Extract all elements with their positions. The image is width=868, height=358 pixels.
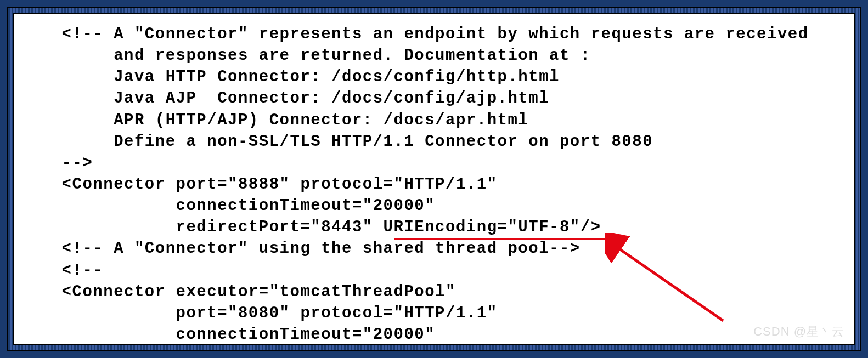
code-line: <!-- A "Connector" represents an endpoin… — [20, 25, 809, 43]
code-line: <!-- — [20, 262, 103, 280]
code-line: and responses are returned. Documentatio… — [20, 47, 591, 65]
code-line: --> — [20, 154, 93, 172]
code-line: APR (HTTP/AJP) Connector: /docs/apr.html — [20, 111, 528, 129]
code-line: port="8080" protocol="HTTP/1.1" — [20, 304, 498, 322]
code-line: connectionTimeout="20000" — [20, 197, 435, 215]
decorative-border: <!-- A "Connector" represents an endpoin… — [7, 7, 861, 351]
code-line: Java HTTP Connector: /docs/config/http.h… — [20, 68, 560, 86]
code-viewport: <!-- A "Connector" represents an endpoin… — [13, 13, 855, 345]
code-line: redirectPort="8443" URIEncoding="UTF-8"/… — [20, 218, 601, 236]
code-line: Define a non-SSL/TLS HTTP/1.1 Connector … — [20, 133, 653, 151]
code-block: <!-- A "Connector" represents an endpoin… — [20, 24, 848, 345]
watermark-text: CSDN @星丶云 — [753, 323, 844, 340]
code-line: Java AJP Connector: /docs/config/ajp.htm… — [20, 89, 549, 107]
code-line: connectionTimeout="20000" — [20, 326, 435, 344]
code-line: <!-- A "Connector" using the shared thre… — [20, 240, 580, 258]
highlight-underline — [394, 238, 613, 240]
code-line: <Connector port="8888" protocol="HTTP/1.… — [20, 175, 498, 194]
code-line: <Connector executor="tomcatThreadPool" — [20, 283, 456, 301]
